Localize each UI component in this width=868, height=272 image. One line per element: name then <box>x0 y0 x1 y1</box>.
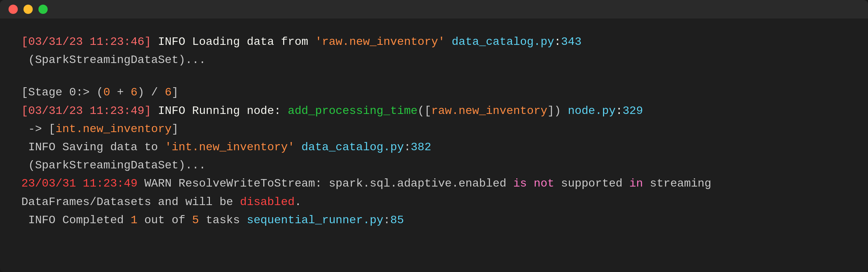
log-line-9: DataFrames/Datasets and will be disabled… <box>21 193 847 211</box>
close-button[interactable] <box>9 5 18 14</box>
log-line-8: 23/03/31 11:23:49 WARN ResolveWriteToStr… <box>21 174 847 193</box>
blank-line-1 <box>21 69 847 83</box>
terminal-window: [03/31/23 11:23:46] INFO Loading data fr… <box>0 0 868 272</box>
log-line-6: INFO Saving data to 'int.new_inventory' … <box>21 138 847 156</box>
maximize-button[interactable] <box>38 5 48 14</box>
minimize-button[interactable] <box>23 5 33 14</box>
log-line-4: [03/31/23 11:23:49] INFO Running node: a… <box>21 102 847 120</box>
log-line-3: [Stage 0:> (0 + 6) / 6] <box>21 83 847 101</box>
titlebar <box>0 0 868 19</box>
log-line-5: -> [int.new_inventory] <box>21 120 847 138</box>
terminal-body: [03/31/23 11:23:46] INFO Loading data fr… <box>0 19 868 244</box>
log-line-7: (SparkStreamingDataSet)... <box>21 156 847 174</box>
log-line-10: INFO Completed 1 out of 5 tasks sequenti… <box>21 211 847 229</box>
log-line-2: (SparkStreamingDataSet)... <box>21 51 847 69</box>
log-line-1: [03/31/23 11:23:46] INFO Loading data fr… <box>21 33 847 51</box>
